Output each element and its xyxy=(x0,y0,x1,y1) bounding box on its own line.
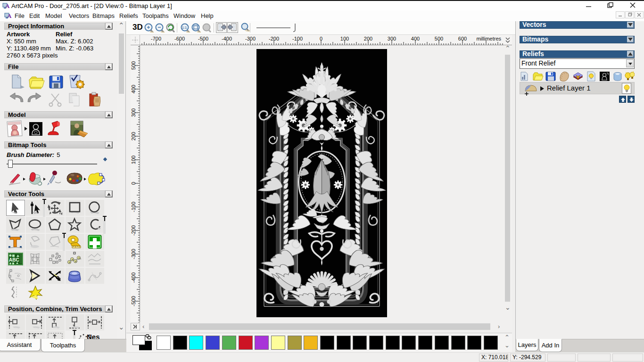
svg-text:0: 0 xyxy=(320,36,322,41)
svg-text:600: 600 xyxy=(458,36,467,41)
svg-text:-300: -300 xyxy=(131,249,136,259)
svg-text:millimetres: millimetres xyxy=(476,36,501,41)
svg-text:-500: -500 xyxy=(198,36,208,41)
svg-text:500: 500 xyxy=(131,61,136,70)
svg-text:-100: -100 xyxy=(292,36,303,41)
svg-text:0: 0 xyxy=(131,182,136,185)
svg-text:100: 100 xyxy=(131,156,136,164)
svg-text:200: 200 xyxy=(364,36,372,41)
svg-text:300: 300 xyxy=(388,36,396,41)
svg-text:A: A xyxy=(5,2,10,9)
svg-text:200: 200 xyxy=(131,132,136,140)
svg-text:500: 500 xyxy=(435,36,443,41)
svg-text:-100: -100 xyxy=(131,202,136,212)
svg-text:-700: -700 xyxy=(151,36,161,41)
svg-text:-200: -200 xyxy=(131,225,136,236)
svg-text:-600: -600 xyxy=(174,36,185,41)
svg-text:-400: -400 xyxy=(222,36,232,41)
svg-text:1:1: 1:1 xyxy=(182,26,187,29)
svg-text:A: A xyxy=(7,12,12,19)
svg-text:-500: -500 xyxy=(131,296,136,306)
svg-text:400: 400 xyxy=(131,85,136,93)
svg-text:-200: -200 xyxy=(269,36,279,41)
svg-text:-300: -300 xyxy=(245,36,256,41)
svg-text:400: 400 xyxy=(411,36,420,41)
svg-text:100: 100 xyxy=(340,36,349,41)
svg-text:ABC: ABC xyxy=(9,257,19,263)
svg-text:300: 300 xyxy=(131,108,136,117)
svg-text:-400: -400 xyxy=(131,272,136,283)
